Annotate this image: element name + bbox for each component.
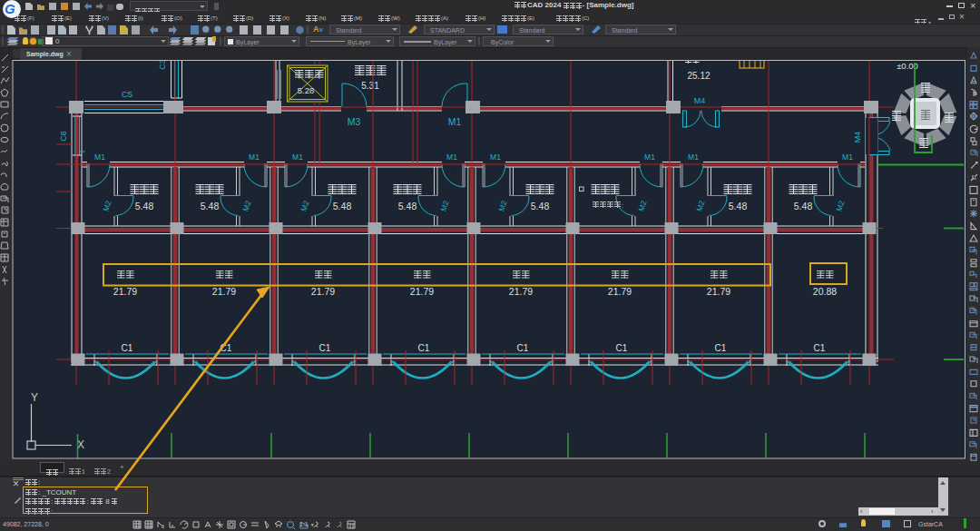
- svg-text:C6: C6: [59, 131, 68, 142]
- svg-text:5.31: 5.31: [361, 81, 379, 91]
- svg-text:M1: M1: [842, 152, 853, 162]
- svg-text:C1: C1: [220, 343, 232, 353]
- svg-text:25.12: 25.12: [687, 71, 710, 81]
- svg-text:21.79: 21.79: [608, 286, 632, 297]
- svg-text:M1: M1: [249, 152, 260, 162]
- svg-text:C1: C1: [616, 343, 628, 353]
- svg-text:5.48: 5.48: [794, 201, 813, 211]
- svg-text:21.79: 21.79: [509, 286, 533, 297]
- svg-text:5.28: 5.28: [298, 85, 315, 95]
- svg-text:5.48: 5.48: [531, 201, 550, 211]
- svg-text:C1: C1: [122, 343, 133, 353]
- svg-text:C5: C5: [122, 89, 132, 99]
- svg-text:C1: C1: [517, 343, 529, 353]
- svg-text:Y: Y: [31, 391, 38, 404]
- svg-text:M1: M1: [688, 152, 699, 162]
- svg-text:M3: M3: [348, 116, 361, 127]
- svg-text:M1: M1: [490, 152, 501, 162]
- svg-text:5.48: 5.48: [729, 201, 748, 211]
- svg-text:C1: C1: [715, 343, 727, 353]
- svg-text:21.79: 21.79: [212, 286, 236, 297]
- svg-text:5.48: 5.48: [333, 201, 352, 211]
- svg-text:21.79: 21.79: [707, 286, 730, 297]
- svg-text:M1: M1: [292, 152, 303, 162]
- svg-text:C1: C1: [814, 343, 826, 353]
- svg-text::: :: [622, 202, 623, 209]
- svg-text:M1: M1: [448, 116, 462, 127]
- svg-text:5.48: 5.48: [398, 201, 417, 211]
- svg-text:C1: C1: [418, 343, 430, 353]
- svg-text:5.48: 5.48: [201, 201, 220, 211]
- svg-text:C1: C1: [319, 343, 331, 353]
- svg-text:M1: M1: [94, 152, 105, 162]
- svg-text:5.48: 5.48: [135, 201, 154, 211]
- svg-text:21.79: 21.79: [311, 286, 335, 297]
- svg-text:21.79: 21.79: [410, 286, 434, 297]
- svg-text:20.88: 20.88: [813, 286, 837, 297]
- svg-text:M1: M1: [644, 152, 655, 162]
- svg-text:M4: M4: [694, 96, 706, 105]
- svg-text:M4: M4: [853, 132, 862, 143]
- svg-text:M1: M1: [446, 152, 457, 162]
- svg-text:21.79: 21.79: [113, 286, 137, 297]
